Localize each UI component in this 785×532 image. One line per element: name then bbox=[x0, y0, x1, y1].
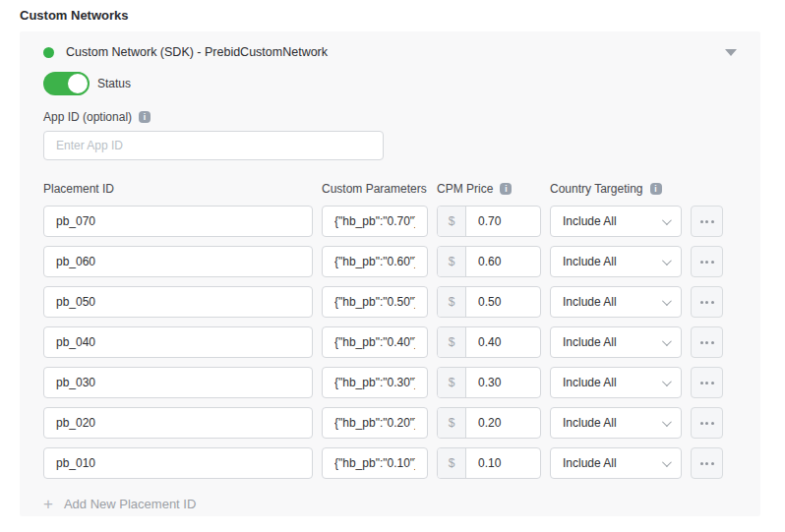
network-name: Custom Network (SDK) - PrebidCustomNetwo… bbox=[66, 45, 328, 59]
table-row: $ Include All bbox=[43, 447, 737, 479]
placement-id-input[interactable] bbox=[43, 206, 313, 237]
country-targeting-value: Include All bbox=[563, 416, 617, 430]
cpm-price-field: $ bbox=[437, 326, 541, 358]
ellipsis-dot bbox=[700, 301, 703, 304]
country-targeting-select[interactable]: Include All bbox=[550, 326, 682, 358]
cpm-price-input[interactable] bbox=[466, 448, 540, 478]
cpm-price-input[interactable] bbox=[466, 247, 540, 276]
app-id-label: App ID (optional) bbox=[43, 110, 132, 124]
row-menu-button[interactable] bbox=[691, 246, 723, 277]
placement-id-input[interactable] bbox=[43, 286, 313, 318]
country-targeting-value: Include All bbox=[563, 456, 617, 470]
app-id-info-icon[interactable]: i bbox=[139, 111, 151, 123]
app-id-label-row: App ID (optional) i bbox=[43, 110, 737, 124]
country-targeting-select[interactable]: Include All bbox=[550, 206, 682, 237]
country-targeting-select[interactable]: Include All bbox=[550, 286, 682, 318]
custom-parameters-input[interactable] bbox=[322, 367, 428, 398]
ellipsis-dot bbox=[711, 301, 714, 304]
chevron-down-icon bbox=[662, 377, 672, 386]
currency-prefix: $ bbox=[438, 247, 466, 276]
status-label: Status bbox=[97, 77, 131, 90]
country-targeting-value: Include All bbox=[563, 295, 617, 309]
row-menu-button[interactable] bbox=[691, 447, 723, 479]
country-targeting-header-cell: Country Targeting i bbox=[550, 182, 682, 196]
cpm-price-input[interactable] bbox=[466, 287, 540, 317]
ellipsis-dot bbox=[700, 341, 703, 344]
custom-networks-page: Custom Networks Custom Network (SDK) - P… bbox=[0, 0, 785, 532]
ellipsis-dot bbox=[711, 261, 714, 264]
placement-id-input[interactable] bbox=[43, 407, 313, 439]
ellipsis-dot bbox=[700, 382, 703, 384]
chevron-down-icon bbox=[662, 336, 672, 346]
plus-icon: + bbox=[43, 496, 53, 512]
row-menu-button[interactable] bbox=[691, 326, 723, 358]
currency-prefix: $ bbox=[438, 448, 466, 478]
ellipsis-dot bbox=[700, 422, 703, 425]
country-targeting-info-icon[interactable]: i bbox=[650, 183, 662, 195]
page-title: Custom Networks bbox=[20, 8, 129, 23]
cpm-price-info-icon[interactable]: i bbox=[500, 183, 512, 195]
row-menu-button[interactable] bbox=[691, 206, 723, 237]
table-row: $ Include All bbox=[43, 206, 737, 237]
cpm-price-header-cell: CPM Price i bbox=[437, 182, 541, 196]
ellipsis-dot bbox=[705, 220, 708, 223]
add-new-placement-button[interactable]: + Add New Placement ID bbox=[43, 496, 737, 512]
custom-parameters-input[interactable] bbox=[322, 447, 428, 479]
cpm-price-input[interactable] bbox=[466, 327, 540, 357]
ellipsis-dot bbox=[705, 382, 708, 384]
cpm-price-input[interactable] bbox=[466, 408, 540, 438]
country-targeting-select[interactable]: Include All bbox=[550, 407, 682, 439]
status-dot-icon bbox=[43, 47, 54, 58]
ellipsis-dot bbox=[711, 220, 714, 223]
cpm-price-field: $ bbox=[437, 246, 541, 277]
table-row: $ Include All bbox=[43, 326, 737, 358]
ellipsis-dot bbox=[711, 341, 714, 344]
currency-prefix: $ bbox=[438, 207, 466, 236]
row-menu-button[interactable] bbox=[691, 407, 723, 439]
currency-prefix: $ bbox=[438, 408, 466, 438]
custom-parameters-input[interactable] bbox=[322, 326, 428, 358]
placement-id-input[interactable] bbox=[43, 246, 313, 277]
cpm-price-input[interactable] bbox=[466, 368, 540, 397]
status-toggle-row: Status bbox=[43, 72, 737, 95]
row-menu-button[interactable] bbox=[691, 286, 723, 318]
ellipsis-dot bbox=[705, 462, 708, 465]
currency-prefix: $ bbox=[438, 287, 466, 317]
country-targeting-select[interactable]: Include All bbox=[550, 246, 682, 277]
ellipsis-dot bbox=[700, 261, 703, 264]
row-menu-button[interactable] bbox=[691, 367, 723, 398]
chevron-down-icon bbox=[662, 215, 672, 225]
table-header-row: Placement ID Custom Parameters CPM Price… bbox=[43, 182, 737, 196]
cpm-price-input[interactable] bbox=[466, 207, 540, 236]
currency-prefix: $ bbox=[438, 327, 466, 357]
placement-rows: $ Include All $ Include All bbox=[43, 206, 737, 479]
cpm-price-field: $ bbox=[437, 286, 541, 318]
ellipsis-dot bbox=[700, 220, 703, 223]
table-row: $ Include All bbox=[43, 246, 737, 277]
placement-id-input[interactable] bbox=[43, 447, 313, 479]
custom-parameters-input[interactable] bbox=[322, 286, 428, 318]
ellipsis-dot bbox=[711, 382, 714, 384]
custom-parameters-input[interactable] bbox=[322, 206, 428, 237]
placement-id-input[interactable] bbox=[43, 326, 313, 358]
app-id-input[interactable] bbox=[43, 131, 384, 160]
country-targeting-select[interactable]: Include All bbox=[550, 447, 682, 479]
cpm-price-field: $ bbox=[437, 447, 541, 479]
cpm-price-header: CPM Price bbox=[437, 182, 493, 196]
cpm-price-field: $ bbox=[437, 407, 541, 439]
country-targeting-value: Include All bbox=[563, 376, 617, 389]
network-header[interactable]: Custom Network (SDK) - PrebidCustomNetwo… bbox=[43, 41, 737, 63]
placement-id-input[interactable] bbox=[43, 367, 313, 398]
chevron-down-icon bbox=[662, 256, 672, 266]
ellipsis-dot bbox=[705, 341, 708, 344]
collapse-caret-icon[interactable] bbox=[725, 49, 737, 56]
cpm-price-field: $ bbox=[437, 206, 541, 237]
ellipsis-dot bbox=[705, 422, 708, 425]
chevron-down-icon bbox=[662, 457, 672, 467]
country-targeting-select[interactable]: Include All bbox=[550, 367, 682, 398]
custom-parameters-input[interactable] bbox=[322, 246, 428, 277]
country-targeting-value: Include All bbox=[563, 255, 617, 268]
country-targeting-value: Include All bbox=[563, 214, 617, 228]
status-toggle[interactable] bbox=[43, 72, 89, 95]
custom-parameters-input[interactable] bbox=[322, 407, 428, 439]
